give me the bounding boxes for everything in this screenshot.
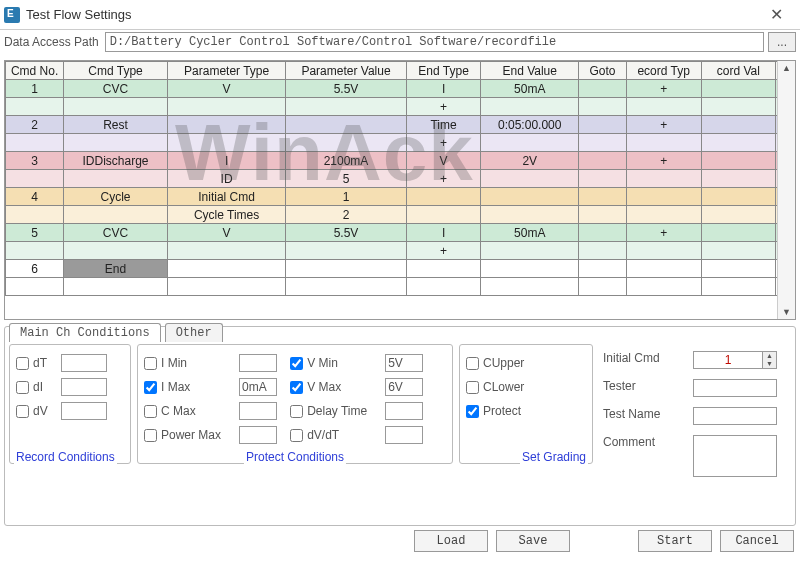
tester-input[interactable] [693, 379, 777, 397]
grid-cell[interactable] [167, 242, 285, 260]
grid-cell[interactable] [6, 98, 64, 116]
grid-cell[interactable] [286, 98, 406, 116]
column-header[interactable]: End Type [406, 62, 481, 80]
grading-check[interactable] [466, 405, 479, 418]
protect-check[interactable] [144, 381, 157, 394]
grid-cell[interactable]: 6 [6, 260, 64, 278]
grid-cell[interactable]: + [626, 224, 701, 242]
grid-cell[interactable] [167, 278, 285, 296]
grid-cell[interactable]: 4 [6, 188, 64, 206]
grid-cell[interactable] [6, 134, 64, 152]
grid-cell[interactable] [6, 278, 64, 296]
grid-cell[interactable] [481, 260, 579, 278]
grid-cell[interactable] [701, 170, 776, 188]
record-value-dI[interactable] [61, 378, 107, 396]
column-header[interactable]: Parameter Value [286, 62, 406, 80]
grid-cell[interactable] [286, 116, 406, 134]
protect-check[interactable] [144, 405, 157, 418]
grid-cell[interactable] [701, 134, 776, 152]
grid-cell[interactable] [406, 188, 481, 206]
grid-cell[interactable] [64, 134, 168, 152]
grid-cell[interactable] [579, 116, 627, 134]
grid-cell[interactable]: IDDischarge [64, 152, 168, 170]
cancel-button[interactable]: Cancel [720, 530, 794, 552]
grid-cell[interactable] [64, 278, 168, 296]
grid-cell[interactable]: + [406, 98, 481, 116]
grid-cell[interactable] [64, 170, 168, 188]
grid-cell[interactable]: I [406, 224, 481, 242]
protect-value[interactable] [385, 402, 423, 420]
column-header[interactable]: Cmd No. [6, 62, 64, 80]
test-flow-grid[interactable]: WinAck Cmd No.Cmd TypeParameter TypePara… [4, 60, 796, 320]
grid-cell[interactable] [626, 242, 701, 260]
grid-cell[interactable] [481, 188, 579, 206]
grid-cell[interactable] [286, 260, 406, 278]
protect-check[interactable] [290, 381, 303, 394]
grid-cell[interactable] [579, 278, 627, 296]
grid-cell[interactable]: 50mA [481, 224, 579, 242]
column-header[interactable]: End Value [481, 62, 579, 80]
grid-cell[interactable]: Cycle Times [167, 206, 285, 224]
record-check-dV[interactable] [16, 405, 29, 418]
protect-check[interactable] [144, 429, 157, 442]
grid-cell[interactable]: 2 [286, 206, 406, 224]
grid-cell[interactable]: 5.5V [286, 224, 406, 242]
grid-cell[interactable]: + [406, 242, 481, 260]
close-icon[interactable]: ✕ [756, 5, 796, 24]
grid-cell[interactable] [579, 134, 627, 152]
grid-cell[interactable] [579, 152, 627, 170]
grid-cell[interactable] [701, 116, 776, 134]
grid-cell[interactable]: + [406, 134, 481, 152]
column-header[interactable]: Goto [579, 62, 627, 80]
grid-cell[interactable]: 2V [481, 152, 579, 170]
grid-cell[interactable] [701, 206, 776, 224]
start-button[interactable]: Start [638, 530, 712, 552]
grading-check[interactable] [466, 381, 479, 394]
grid-cell[interactable] [701, 278, 776, 296]
grid-cell[interactable]: Cycle [64, 188, 168, 206]
column-header[interactable]: cord Val [701, 62, 776, 80]
grid-cell[interactable]: 1 [6, 80, 64, 98]
grid-cell[interactable]: V [167, 224, 285, 242]
protect-value[interactable] [385, 378, 423, 396]
grid-cell[interactable]: 3 [6, 152, 64, 170]
grid-cell[interactable] [579, 170, 627, 188]
record-check-dI[interactable] [16, 381, 29, 394]
grid-cell[interactable] [64, 98, 168, 116]
protect-check[interactable] [290, 357, 303, 370]
spin-down-icon[interactable]: ▼ [762, 360, 776, 368]
grid-cell[interactable]: 0:05:00.000 [481, 116, 579, 134]
browse-button[interactable]: ... [768, 32, 796, 52]
protect-value[interactable] [385, 426, 423, 444]
protect-check[interactable] [290, 429, 303, 442]
protect-value[interactable] [239, 402, 277, 420]
grid-cell[interactable]: End [64, 260, 168, 278]
grid-cell[interactable] [481, 134, 579, 152]
grid-cell[interactable] [6, 206, 64, 224]
grid-cell[interactable] [286, 278, 406, 296]
grid-cell[interactable] [626, 98, 701, 116]
comment-input[interactable] [693, 435, 777, 477]
load-button[interactable]: Load [414, 530, 488, 552]
grid-cell[interactable] [286, 134, 406, 152]
grid-cell[interactable] [701, 224, 776, 242]
grid-cell[interactable] [481, 98, 579, 116]
record-check-dT[interactable] [16, 357, 29, 370]
tab-main-ch[interactable]: Main Ch Conditions [9, 323, 161, 342]
grid-cell[interactable]: Initial Cmd [167, 188, 285, 206]
path-input[interactable] [105, 32, 764, 52]
grid-cell[interactable] [626, 170, 701, 188]
record-value-dV[interactable] [61, 402, 107, 420]
grid-cell[interactable]: + [406, 170, 481, 188]
grid-cell[interactable] [626, 188, 701, 206]
grid-cell[interactable] [167, 260, 285, 278]
grid-cell[interactable] [167, 98, 285, 116]
grid-cell[interactable] [579, 242, 627, 260]
initial-cmd-input[interactable] [694, 352, 762, 368]
grid-scrollbar[interactable]: ▲ ▼ [777, 61, 795, 319]
grid-cell[interactable]: CVC [64, 80, 168, 98]
grid-cell[interactable]: + [626, 116, 701, 134]
grid-cell[interactable]: Time [406, 116, 481, 134]
grid-cell[interactable] [701, 98, 776, 116]
protect-value[interactable] [385, 354, 423, 372]
